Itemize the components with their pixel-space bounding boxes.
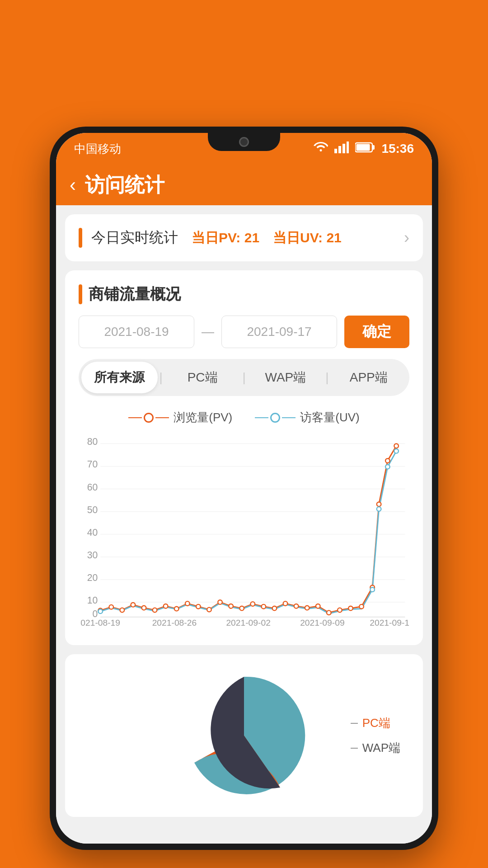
uv-dot xyxy=(270,413,280,423)
battery-icon xyxy=(355,142,375,156)
end-date-input[interactable]: 2021-09-17 xyxy=(221,316,337,348)
section-orange-bar xyxy=(79,284,82,304)
svg-rect-0 xyxy=(334,149,337,153)
tab-divider-1: | xyxy=(160,362,163,393)
svg-point-49 xyxy=(359,604,364,609)
stats-values: 当日PV: 21 当日UV: 21 xyxy=(192,229,342,247)
svg-text:80: 80 xyxy=(87,436,98,447)
svg-rect-3 xyxy=(347,142,349,153)
svg-point-43 xyxy=(294,604,299,609)
pv-value: 21 xyxy=(244,230,259,245)
legend-uv: 访客量(UV) xyxy=(255,410,359,425)
svg-text:2021-08-26: 2021-08-26 xyxy=(152,618,197,627)
tab-wap[interactable]: WAP端 xyxy=(248,362,324,393)
svg-point-55 xyxy=(370,587,375,592)
tab-pc[interactable]: PC端 xyxy=(164,362,241,393)
svg-point-35 xyxy=(207,608,211,612)
carrier-label: 中国移动 xyxy=(74,141,121,157)
section-title: 商铺流量概况 xyxy=(89,284,181,305)
svg-point-36 xyxy=(218,600,222,604)
uv-line xyxy=(255,417,268,418)
svg-text:2021-09-16: 2021-09-16 xyxy=(370,618,409,627)
status-right: 15:36 xyxy=(314,142,414,156)
svg-point-30 xyxy=(153,608,157,613)
svg-point-45 xyxy=(316,604,320,609)
pie-label-pc: PC端 xyxy=(351,715,400,731)
start-date-input[interactable]: 2021-08-19 xyxy=(79,316,194,348)
wifi-icon xyxy=(314,142,328,156)
time-display: 15:36 xyxy=(381,142,414,156)
shop-traffic-card: 商铺流量概况 2021-08-19 — 2021-09-17 确定 所有来源 xyxy=(65,270,423,645)
svg-point-29 xyxy=(142,606,146,610)
svg-point-32 xyxy=(174,607,179,611)
svg-point-27 xyxy=(120,608,125,613)
svg-text:20: 20 xyxy=(87,572,98,583)
svg-point-52 xyxy=(385,458,390,463)
svg-point-34 xyxy=(196,604,201,609)
pv-line xyxy=(128,417,142,418)
section-header: 商铺流量概况 xyxy=(79,284,409,305)
tab-divider-2: | xyxy=(242,362,245,393)
svg-point-46 xyxy=(327,610,331,615)
svg-point-47 xyxy=(338,608,342,613)
tab-app[interactable]: APP端 xyxy=(330,362,407,393)
svg-point-28 xyxy=(131,603,136,607)
pv-dot xyxy=(144,413,154,423)
svg-point-41 xyxy=(272,606,277,611)
svg-point-26 xyxy=(109,605,113,609)
svg-rect-1 xyxy=(338,146,341,153)
uv-stat: 当日UV: 21 xyxy=(273,229,342,247)
svg-text:2021-09-02: 2021-09-02 xyxy=(226,618,270,627)
pv-label: 当日PV: xyxy=(192,230,240,245)
uv-polyline xyxy=(100,451,396,613)
phone-screen: 中国移动 xyxy=(56,133,432,844)
svg-text:0: 0 xyxy=(93,609,98,619)
wap-label: WAP端 xyxy=(362,740,400,756)
status-bar: 中国移动 xyxy=(56,133,432,165)
svg-point-48 xyxy=(348,606,353,611)
svg-text:10: 10 xyxy=(87,595,98,605)
date-range-row: 2021-08-19 — 2021-09-17 确定 xyxy=(79,316,409,348)
svg-text:70: 70 xyxy=(87,459,98,469)
svg-point-33 xyxy=(185,601,190,606)
content-area: 今日实时统计 当日PV: 21 当日UV: 21 › xyxy=(56,205,432,844)
source-tabs: 所有来源 | PC端 | WAP端 | APP端 xyxy=(79,359,409,396)
orange-bar xyxy=(79,228,82,248)
svg-text:50: 50 xyxy=(87,505,98,515)
svg-point-53 xyxy=(394,443,399,448)
svg-point-57 xyxy=(385,465,390,469)
svg-point-31 xyxy=(164,604,168,609)
svg-rect-5 xyxy=(372,145,375,150)
svg-text:30: 30 xyxy=(87,550,98,560)
legend-pv-label: 浏览量(PV) xyxy=(174,410,232,425)
svg-text:2021-09-09: 2021-09-09 xyxy=(300,618,344,627)
svg-text:021-08-19: 021-08-19 xyxy=(80,618,120,627)
uv-label: 当日UV: xyxy=(273,230,323,245)
svg-text:40: 40 xyxy=(87,527,98,538)
signal-icon xyxy=(334,142,349,156)
start-date-value: 2021-08-19 xyxy=(104,325,169,339)
svg-point-38 xyxy=(239,606,244,611)
today-stats-label: 今日实时统计 xyxy=(91,228,178,248)
phone-mockup: 中国移动 xyxy=(50,127,438,850)
confirm-button[interactable]: 确定 xyxy=(344,316,409,348)
line-chart: 80 70 60 50 40 30 20 10 0 xyxy=(79,433,409,632)
tab-all-sources[interactable]: 所有来源 xyxy=(81,362,158,393)
pie-label-wap: WAP端 xyxy=(351,740,400,756)
pv-polyline xyxy=(100,446,396,613)
today-stats-card: 今日实时统计 当日PV: 21 当日UV: 21 › xyxy=(65,214,423,261)
svg-point-56 xyxy=(377,507,381,511)
svg-point-37 xyxy=(229,604,233,609)
svg-rect-6 xyxy=(357,144,370,151)
uv-value: 21 xyxy=(326,230,341,245)
svg-point-42 xyxy=(283,601,288,606)
legend-uv-label: 访客量(UV) xyxy=(300,410,359,425)
today-stats-row: 今日实时统计 当日PV: 21 当日UV: 21 › xyxy=(79,228,409,248)
svg-text:60: 60 xyxy=(87,482,98,492)
nav-bar: ‹ 访问统计 xyxy=(56,165,432,205)
back-button[interactable]: ‹ xyxy=(70,174,76,196)
pie-chart-section: PC端 WAP端 xyxy=(65,654,423,817)
chevron-right-icon[interactable]: › xyxy=(404,228,409,247)
svg-point-39 xyxy=(250,602,255,606)
camera xyxy=(239,137,249,147)
